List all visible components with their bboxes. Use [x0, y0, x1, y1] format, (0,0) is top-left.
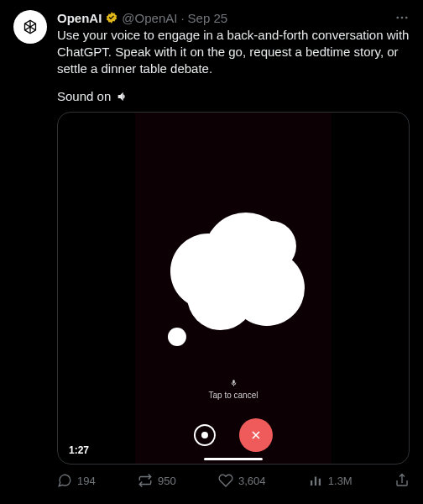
home-indicator [204, 458, 263, 460]
speaker-icon [116, 90, 129, 103]
heart-icon [218, 473, 233, 488]
ellipsis-icon [394, 10, 410, 25]
tap-to-cancel-label: Tap to cancel [209, 391, 258, 400]
reply-icon [57, 473, 72, 488]
tweet-text: Use your voice to engage in a back-and-f… [57, 27, 410, 77]
tweet-date[interactable]: Sep 25 [188, 11, 228, 25]
header-separator: · [180, 11, 184, 25]
video-timestamp: 1:27 [65, 444, 93, 457]
more-button[interactable] [394, 10, 410, 25]
openai-logo-icon [19, 16, 41, 38]
thought-bubble-tail [168, 328, 186, 346]
record-dot-icon [201, 432, 208, 438]
svg-rect-4 [315, 477, 316, 486]
author-name[interactable]: OpenAI [57, 11, 102, 25]
svg-point-1 [401, 17, 404, 19]
views-icon [308, 473, 323, 488]
tweet-main: OpenAI @OpenAI · Sep 25 Use your voice t… [57, 10, 410, 488]
tweet-header: OpenAI @OpenAI · Sep 25 [57, 10, 410, 25]
repost-icon [138, 473, 153, 488]
share-button[interactable] [394, 473, 410, 488]
avatar[interactable] [13, 10, 47, 44]
record-button[interactable] [194, 424, 216, 446]
reply-count: 194 [77, 475, 96, 487]
svg-point-0 [396, 17, 399, 19]
video-media[interactable]: Tap to cancel 1:27 [57, 112, 410, 465]
thought-bubble-icon [162, 204, 305, 330]
svg-rect-3 [311, 480, 312, 486]
author-handle[interactable]: @OpenAI [122, 11, 177, 25]
svg-rect-5 [319, 479, 321, 486]
cancel-button[interactable] [239, 418, 273, 452]
avatar-column [13, 10, 47, 488]
repost-button[interactable]: 950 [138, 473, 176, 488]
reply-button[interactable]: 194 [57, 473, 96, 488]
like-button[interactable]: 3,604 [218, 473, 266, 488]
svg-point-2 [405, 17, 408, 19]
views-button[interactable]: 1.3M [308, 473, 352, 488]
tweet-container: OpenAI @OpenAI · Sep 25 Use your voice t… [0, 0, 423, 498]
voice-controls [194, 418, 273, 452]
sound-on-row: Sound on [57, 89, 410, 103]
repost-count: 950 [158, 475, 176, 487]
close-icon [249, 428, 263, 442]
verified-badge-icon [105, 11, 118, 24]
share-icon [394, 473, 410, 488]
like-count: 3,604 [238, 475, 266, 487]
views-count: 1.3M [328, 475, 352, 487]
mic-hint: Tap to cancel [209, 379, 258, 400]
tweet-actions: 194 950 3,604 1.3M [57, 473, 410, 488]
phone-screen: Tap to cancel [135, 113, 332, 464]
sound-on-label: Sound on [57, 89, 111, 103]
mic-icon [229, 379, 238, 387]
